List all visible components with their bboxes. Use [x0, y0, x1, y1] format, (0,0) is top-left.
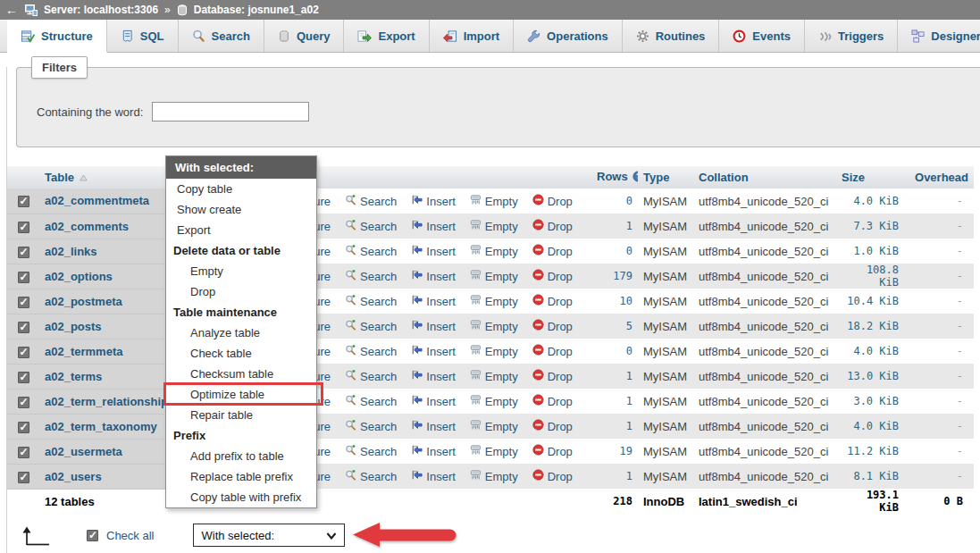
- row-action-drop[interactable]: Drop: [532, 319, 573, 333]
- menu-item-add-prefix-to-table[interactable]: Add prefix to table: [166, 446, 316, 466]
- row-action-search[interactable]: Search: [345, 319, 397, 333]
- row-action-empty[interactable]: Empty: [470, 194, 518, 208]
- row-checkbox[interactable]: [18, 372, 29, 383]
- row-checkbox[interactable]: [18, 397, 29, 408]
- row-action-drop[interactable]: Drop: [532, 244, 573, 258]
- row-action-search[interactable]: Search: [345, 194, 397, 208]
- table-name-link[interactable]: a02_commentmeta: [45, 194, 149, 207]
- row-checkbox[interactable]: [18, 297, 29, 308]
- row-checkbox[interactable]: [18, 422, 29, 433]
- table-name-link[interactable]: a02_postmeta: [45, 295, 122, 308]
- row-action-drop[interactable]: Drop: [532, 469, 573, 483]
- row-action-search[interactable]: Search: [345, 344, 397, 358]
- row-checkbox[interactable]: [18, 222, 29, 233]
- row-action-search[interactable]: Search: [345, 419, 397, 433]
- table-name-link[interactable]: a02_termmeta: [45, 345, 122, 358]
- row-action-search[interactable]: Search: [345, 394, 397, 408]
- row-action-search[interactable]: Search: [345, 369, 397, 383]
- menu-item-empty[interactable]: Empty: [166, 261, 316, 281]
- menu-item-optimize-table[interactable]: Optimize table: [166, 384, 316, 405]
- row-action-search[interactable]: Search: [345, 294, 397, 308]
- row-action-drop[interactable]: Drop: [532, 194, 573, 208]
- row-action-search[interactable]: Search: [345, 444, 397, 458]
- menu-item-analyze-table[interactable]: Analyze table: [166, 323, 316, 343]
- tab-triggers[interactable]: Triggers: [805, 20, 898, 52]
- table-name-link[interactable]: a02_comments: [45, 220, 129, 233]
- row-action-insert[interactable]: Insert: [411, 344, 456, 358]
- row-action-insert[interactable]: Insert: [411, 369, 456, 383]
- row-action-insert[interactable]: Insert: [411, 419, 456, 433]
- row-action-empty[interactable]: Empty: [470, 244, 518, 258]
- row-action-empty[interactable]: Empty: [470, 344, 518, 358]
- menu-item-export[interactable]: Export: [166, 220, 316, 240]
- check-all-checkbox[interactable]: [87, 530, 98, 541]
- row-action-search[interactable]: Search: [345, 219, 397, 233]
- row-action-insert[interactable]: Insert: [411, 319, 456, 333]
- row-action-drop[interactable]: Drop: [532, 219, 573, 233]
- tab-export[interactable]: Export: [344, 20, 429, 52]
- row-action-search[interactable]: Search: [345, 469, 397, 483]
- row-checkbox[interactable]: [18, 247, 29, 258]
- row-action-empty[interactable]: Empty: [470, 369, 518, 383]
- menu-item-replace-table-prefix[interactable]: Replace table prefix: [166, 466, 316, 487]
- breadcrumb-database-link[interactable]: Database: josnune1_a02: [194, 4, 319, 16]
- row-action-empty[interactable]: Empty: [470, 219, 518, 233]
- tab-events[interactable]: Events: [719, 20, 805, 52]
- row-action-empty[interactable]: Empty: [470, 444, 518, 458]
- table-name-link[interactable]: a02_posts: [45, 320, 102, 333]
- row-action-empty[interactable]: Empty: [470, 319, 518, 333]
- check-all-label[interactable]: Check all: [106, 529, 154, 542]
- tab-sql[interactable]: SQL: [107, 20, 179, 52]
- row-action-insert[interactable]: Insert: [411, 444, 456, 458]
- table-name-link[interactable]: a02_term_relationships: [45, 395, 173, 408]
- row-action-empty[interactable]: Empty: [470, 469, 518, 483]
- menu-item-copy-table[interactable]: Copy table: [166, 179, 316, 199]
- row-action-insert[interactable]: Insert: [411, 269, 456, 283]
- menu-item-checksum-table[interactable]: Checksum table: [166, 364, 316, 384]
- row-action-search[interactable]: Search: [345, 269, 397, 283]
- table-name-link[interactable]: a02_users: [45, 470, 102, 483]
- row-action-insert[interactable]: Insert: [411, 469, 456, 483]
- row-action-insert[interactable]: Insert: [411, 294, 456, 308]
- row-action-insert[interactable]: Insert: [411, 194, 456, 208]
- table-name-link[interactable]: a02_options: [45, 270, 113, 283]
- row-action-search[interactable]: Search: [345, 244, 397, 258]
- tab-operations[interactable]: Operations: [514, 20, 623, 52]
- tab-structure[interactable]: Structure: [7, 20, 107, 53]
- row-action-drop[interactable]: Drop: [532, 444, 573, 458]
- menu-item-drop[interactable]: Drop: [166, 281, 316, 302]
- back-arrow-icon[interactable]: ←: [4, 3, 19, 17]
- row-action-drop[interactable]: Drop: [532, 269, 573, 283]
- table-name-link[interactable]: a02_links: [45, 245, 97, 258]
- sort-by-table-link[interactable]: Table: [45, 171, 88, 184]
- containing-word-input[interactable]: [152, 102, 309, 121]
- tab-search[interactable]: Search: [179, 20, 264, 52]
- with-selected-select[interactable]: With selected:: [193, 524, 345, 547]
- menu-item-check-table[interactable]: Check table: [166, 343, 316, 364]
- row-action-insert[interactable]: Insert: [411, 219, 456, 233]
- row-action-empty[interactable]: Empty: [470, 294, 518, 308]
- row-checkbox[interactable]: [18, 196, 29, 207]
- row-action-insert[interactable]: Insert: [411, 394, 456, 408]
- row-checkbox[interactable]: [18, 272, 29, 283]
- help-icon[interactable]: ?: [632, 171, 638, 185]
- row-checkbox[interactable]: [18, 447, 29, 458]
- row-checkbox[interactable]: [18, 322, 29, 333]
- row-action-empty[interactable]: Empty: [470, 419, 518, 433]
- tab-designer[interactable]: Designer: [898, 20, 980, 52]
- menu-item-copy-table-with-prefix[interactable]: Copy table with prefix: [166, 487, 316, 507]
- menu-item-show-create[interactable]: Show create: [166, 199, 316, 220]
- tab-query[interactable]: Query: [264, 20, 345, 52]
- row-action-drop[interactable]: Drop: [532, 419, 573, 433]
- row-action-empty[interactable]: Empty: [470, 394, 518, 408]
- tab-import[interactable]: Import: [430, 20, 514, 52]
- menu-item-repair-table[interactable]: Repair table: [166, 405, 316, 425]
- table-name-link[interactable]: a02_term_taxonomy: [45, 420, 157, 433]
- row-action-drop[interactable]: Drop: [532, 394, 573, 408]
- tab-routines[interactable]: Routines: [623, 20, 720, 52]
- table-name-link[interactable]: a02_terms: [45, 370, 102, 383]
- row-action-empty[interactable]: Empty: [470, 269, 518, 283]
- row-action-drop[interactable]: Drop: [532, 369, 573, 383]
- row-action-drop[interactable]: Drop: [532, 294, 573, 308]
- row-checkbox[interactable]: [18, 472, 29, 483]
